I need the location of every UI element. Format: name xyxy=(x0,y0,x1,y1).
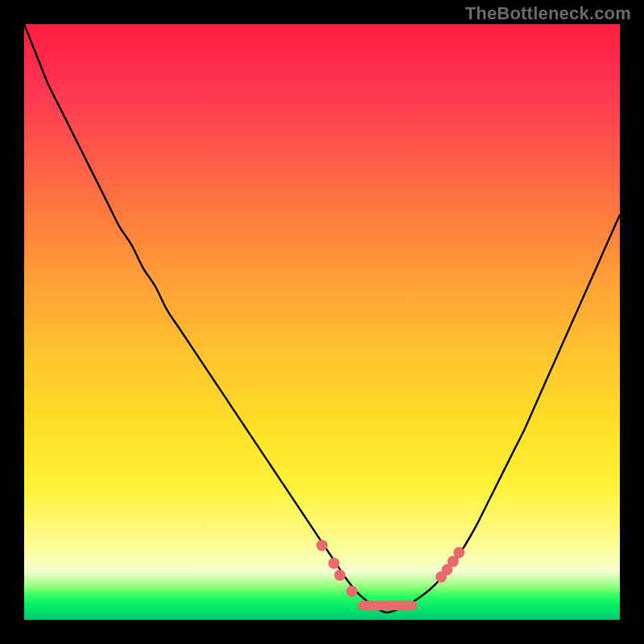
marker-point xyxy=(346,585,357,597)
marker-point xyxy=(328,558,340,569)
highlight-segment xyxy=(357,601,417,610)
marker-point xyxy=(334,570,345,581)
chart-frame: TheBottleneck.com xyxy=(0,0,644,644)
left-curve xyxy=(24,24,387,613)
watermark-text: TheBottleneck.com xyxy=(465,3,631,24)
right-curve xyxy=(387,215,620,613)
plot-area xyxy=(24,24,620,620)
chart-svg xyxy=(24,24,620,620)
marker-point xyxy=(316,540,328,551)
marker-point xyxy=(453,547,464,558)
